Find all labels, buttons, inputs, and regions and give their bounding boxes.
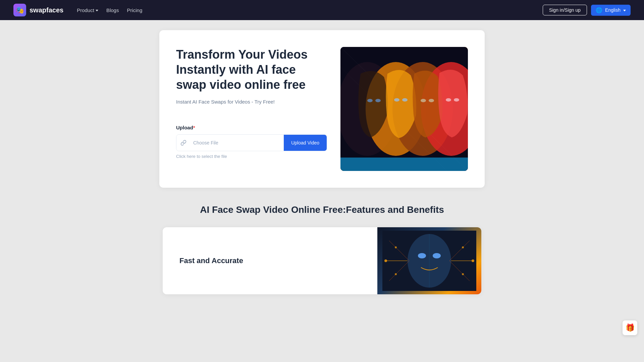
gift-button[interactable]: 🎁 <box>623 320 637 335</box>
nav-item-blogs[interactable]: Blogs <box>106 7 119 13</box>
features-section: AI Face Swap Video Online Free:Features … <box>159 204 485 294</box>
svg-point-11 <box>421 99 426 102</box>
logo[interactable]: 🎭 swapfaces <box>13 4 63 16</box>
chevron-down-icon <box>96 10 98 11</box>
svg-point-18 <box>418 253 426 258</box>
svg-point-19 <box>433 253 441 258</box>
logo-text: swapfaces <box>30 6 63 14</box>
face-mosaic-svg <box>340 47 468 171</box>
svg-point-28 <box>462 273 464 275</box>
feature-text: Fast and Accurate <box>163 227 377 294</box>
page-background: Transform Your Videos Instantly with AI … <box>0 20 644 311</box>
hero-subtitle: Instant AI Face Swaps for Videos - Try F… <box>176 99 327 105</box>
logo-icon: 🎭 <box>13 4 26 16</box>
hero-image <box>340 47 468 171</box>
nav-links: Product Blogs Pricing <box>77 7 142 13</box>
navbar-right: Sign in/Sign up 🌐 English <box>543 5 631 16</box>
upload-label: Upload* <box>176 125 327 130</box>
chevron-down-icon <box>623 10 626 11</box>
upload-video-button[interactable]: Upload Video <box>284 135 327 151</box>
features-section-title: AI Face Swap Video Online Free:Features … <box>163 204 481 215</box>
hero-card: Transform Your Videos Instantly with AI … <box>159 30 485 188</box>
upload-hint: Click here to select the file <box>176 154 327 159</box>
svg-rect-15 <box>340 158 468 171</box>
hero-title: Transform Your Videos Instantly with AI … <box>176 47 327 92</box>
navbar: 🎭 swapfaces Product Blogs Pricing Sign i… <box>0 0 644 20</box>
feature-image <box>377 227 481 294</box>
svg-point-8 <box>375 99 381 102</box>
upload-required-mark: * <box>193 125 195 130</box>
svg-point-7 <box>367 99 373 102</box>
globe-icon: 🌐 <box>596 7 602 13</box>
navbar-left: 🎭 swapfaces Product Blogs Pricing <box>13 4 142 16</box>
sign-in-button[interactable]: Sign in/Sign up <box>543 5 587 15</box>
feature-image-svg <box>382 231 476 291</box>
svg-point-23 <box>472 259 474 262</box>
language-button[interactable]: 🌐 English <box>591 5 631 16</box>
svg-point-22 <box>384 259 387 262</box>
svg-point-25 <box>395 246 397 248</box>
svg-point-9 <box>394 98 399 102</box>
feature-heading: Fast and Accurate <box>179 256 361 265</box>
nav-item-product[interactable]: Product <box>77 7 98 13</box>
file-name-field[interactable]: Choose File <box>191 135 284 151</box>
upload-row[interactable]: Choose File Upload Video <box>176 134 327 151</box>
svg-point-13 <box>446 98 451 102</box>
svg-point-26 <box>462 246 464 248</box>
svg-point-10 <box>402 98 408 102</box>
feature-card-fast: Fast and Accurate <box>163 227 481 294</box>
nav-item-pricing[interactable]: Pricing <box>127 7 142 13</box>
link-icon <box>176 135 191 151</box>
svg-point-12 <box>429 99 434 102</box>
svg-point-14 <box>454 98 459 102</box>
hero-content: Transform Your Videos Instantly with AI … <box>176 47 327 159</box>
svg-point-27 <box>395 273 397 275</box>
